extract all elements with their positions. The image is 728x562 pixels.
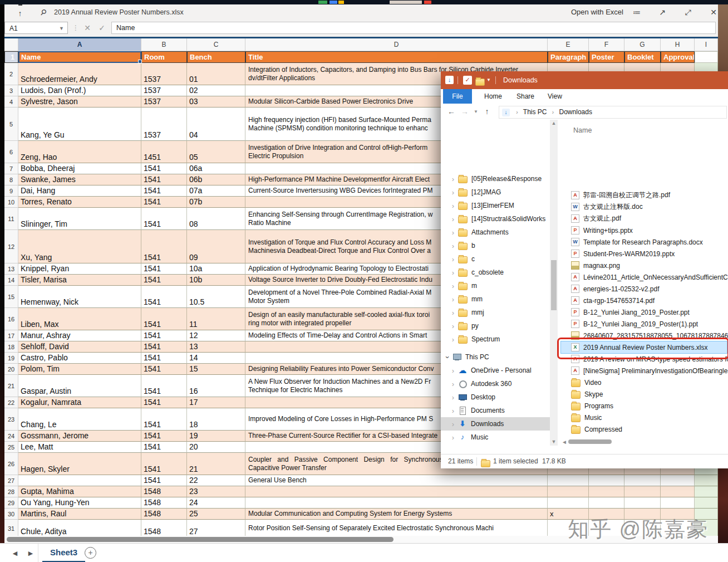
- cell-name[interactable]: Lee, Matt: [18, 442, 141, 453]
- tree-scrollbar[interactable]: ▲ ▼: [550, 120, 558, 446]
- chevron-down-icon[interactable]: ›: [444, 354, 452, 360]
- column-header-H[interactable]: H: [661, 38, 695, 51]
- formula-input[interactable]: Name: [111, 22, 716, 34]
- row-header-31[interactable]: 31: [4, 520, 18, 537]
- cell-name[interactable]: Schroedermeier, Andy: [18, 63, 141, 85]
- cell-bench[interactable]: 01: [187, 63, 245, 85]
- tree-item-py[interactable]: ›py: [441, 319, 550, 333]
- cell-name[interactable]: Ou Yang, Hung-Yen: [18, 497, 141, 509]
- cell-bench[interactable]: 27: [187, 520, 245, 537]
- tree-item-mm[interactable]: ›mm: [441, 292, 550, 306]
- cell-h[interactable]: [661, 497, 695, 509]
- cell-name[interactable]: Polom, Tim: [18, 364, 141, 375]
- explorer-titlebar[interactable]: ↓ ✓ ▼ Downloads: [441, 71, 728, 89]
- cell-i[interactable]: [695, 486, 718, 497]
- chevron-right-icon[interactable]: ›: [450, 175, 456, 183]
- add-sheet-icon[interactable]: +: [85, 547, 96, 559]
- cell-g[interactable]: [624, 475, 661, 486]
- cell-name[interactable]: Sylvestre, Jason: [18, 96, 141, 107]
- cell-room[interactable]: 1537: [141, 85, 187, 96]
- cell-name[interactable]: Gupta, Mahima: [18, 486, 141, 497]
- cell-room[interactable]: 1541: [141, 364, 187, 375]
- cell-room[interactable]: 1451: [141, 141, 187, 163]
- cell-name[interactable]: Castro, Pablo: [18, 353, 141, 364]
- tree-item-b[interactable]: ›b: [441, 239, 550, 252]
- chevron-right-icon[interactable]: ›: [450, 380, 456, 388]
- row-header-14[interactable]: 14: [4, 275, 18, 286]
- scroll-down-icon[interactable]: ▼: [550, 438, 558, 446]
- tree-item-autodesk-360[interactable]: ›Autodesk 360: [441, 377, 550, 390]
- cell-paragraph[interactable]: [548, 475, 589, 486]
- cancel-entry-icon[interactable]: ✕: [81, 22, 94, 34]
- row-header-20[interactable]: 20: [4, 364, 18, 375]
- cell-h[interactable]: [661, 486, 695, 497]
- cell-bench[interactable]: 02: [187, 85, 245, 96]
- cell-room[interactable]: 1541: [141, 375, 187, 397]
- cell-name[interactable]: Chang, Le: [18, 408, 141, 431]
- cell-room[interactable]: 1537: [141, 107, 187, 141]
- chevron-right-icon[interactable]: ›: [450, 420, 456, 428]
- header-cell-I[interactable]: [695, 51, 718, 63]
- fullscreen-icon[interactable]: ⤢: [681, 4, 695, 20]
- cell-bench[interactable]: 12: [187, 330, 245, 341]
- tree-scrollbar-thumb[interactable]: [551, 260, 557, 310]
- chevron-right-icon[interactable]: ›: [450, 268, 456, 277]
- address-bar[interactable]: ↓ › This PC › Downloads: [499, 106, 727, 119]
- cell-room[interactable]: 1541: [141, 475, 187, 486]
- chevron-right-icon[interactable]: ›: [450, 228, 456, 237]
- chevron-right-icon[interactable]: ›: [450, 407, 456, 415]
- cell-bench[interactable]: 13: [187, 341, 245, 353]
- cell-bench[interactable]: 14: [187, 353, 245, 364]
- row-header-11[interactable]: 11: [4, 208, 18, 230]
- file-item-b-12-yunlei-jiang-2019-poster-ppt[interactable]: PB-12_Yunlei Jiang_2019_Poster.ppt: [561, 306, 727, 318]
- cell-name[interactable]: Zeng, Hao: [18, 141, 141, 163]
- breadcrumb-downloads[interactable]: Downloads: [559, 108, 592, 116]
- cell-room[interactable]: 1541: [141, 286, 187, 308]
- header-cell-Booklet[interactable]: Booklet: [624, 51, 661, 63]
- cell-bench[interactable]: 25: [187, 509, 245, 520]
- chevron-right-icon[interactable]: ›: [450, 202, 456, 210]
- forward-icon[interactable]: →: [459, 104, 471, 120]
- row-header-21[interactable]: 21: [4, 375, 18, 397]
- recent-locations-icon[interactable]: ▼: [472, 104, 480, 120]
- cell-bench[interactable]: 06b: [187, 174, 245, 185]
- tree-item-m[interactable]: ›m: [441, 279, 550, 292]
- row-header-22[interactable]: 22: [4, 397, 18, 408]
- header-cell-Poster[interactable]: Poster: [589, 51, 624, 63]
- column-header-G[interactable]: G: [624, 38, 661, 51]
- cell-bench[interactable]: 10a: [187, 263, 245, 275]
- cell-paragraph[interactable]: [548, 497, 589, 509]
- row-header-30[interactable]: 30: [4, 509, 18, 520]
- cell-title[interactable]: [245, 486, 548, 497]
- cell-name[interactable]: Liben, Max: [18, 308, 141, 330]
- cell-name[interactable]: Chule, Aditya: [18, 520, 141, 537]
- cell-name[interactable]: Xu, Yang: [18, 230, 141, 263]
- cell-bench[interactable]: 09: [187, 230, 245, 263]
- chevron-right-icon[interactable]: ›: [450, 188, 456, 197]
- row-header-8[interactable]: 8: [4, 174, 18, 185]
- file-list-horizontal-scrollbar[interactable]: ◄: [559, 438, 728, 446]
- row-header-27[interactable]: 27: [4, 475, 18, 486]
- file-item-writing-tips-pptx[interactable]: PWriting+tips.pptx: [561, 224, 727, 236]
- up-icon[interactable]: ↑: [481, 104, 493, 120]
- row-header-9[interactable]: 9: [4, 185, 18, 197]
- cell-room[interactable]: 1541: [141, 431, 187, 442]
- row-header-18[interactable]: 18: [4, 341, 18, 353]
- menu-file[interactable]: File: [443, 89, 472, 104]
- cell-name[interactable]: Tisler, Marisa: [18, 275, 141, 286]
- cell-room[interactable]: 1541: [141, 275, 187, 286]
- row-header-24[interactable]: 24: [4, 431, 18, 442]
- cell-bench[interactable]: 07b: [187, 197, 245, 208]
- cell-bench[interactable]: 16: [187, 375, 245, 397]
- column-header-I[interactable]: I: [695, 38, 718, 51]
- row-header-5[interactable]: 5: [4, 107, 18, 141]
- menu-share[interactable]: Share: [517, 89, 534, 104]
- row-header-26[interactable]: 26: [4, 453, 18, 475]
- open-with-excel-button[interactable]: Open with Excel: [571, 4, 623, 20]
- chevron-right-icon[interactable]: ›: [450, 242, 456, 250]
- list-options-icon[interactable]: ≔: [630, 4, 643, 20]
- file-item--pdf[interactable]: A古文观止.pdf: [561, 213, 727, 224]
- back-icon[interactable]: ←: [445, 104, 458, 120]
- file-item-music[interactable]: Music: [561, 412, 727, 423]
- chevron-right-icon[interactable]: ›: [450, 215, 456, 223]
